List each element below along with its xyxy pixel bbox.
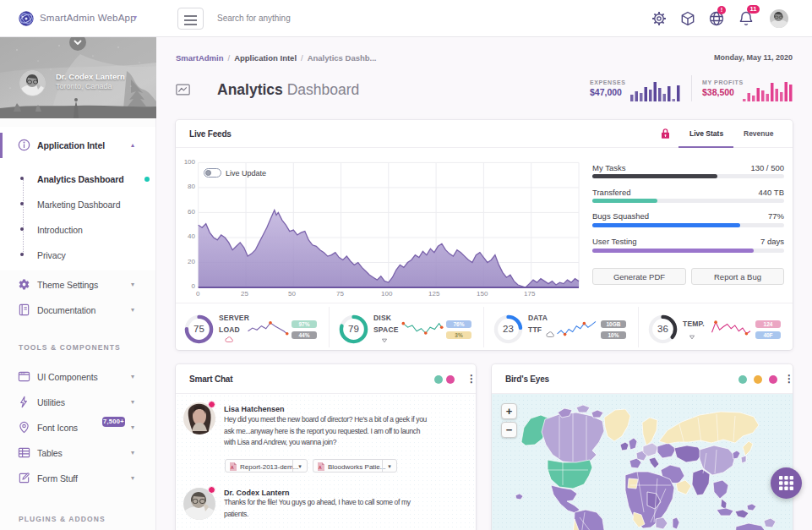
svg-text:A: A <box>231 465 234 470</box>
svg-text:A: A <box>319 465 322 470</box>
